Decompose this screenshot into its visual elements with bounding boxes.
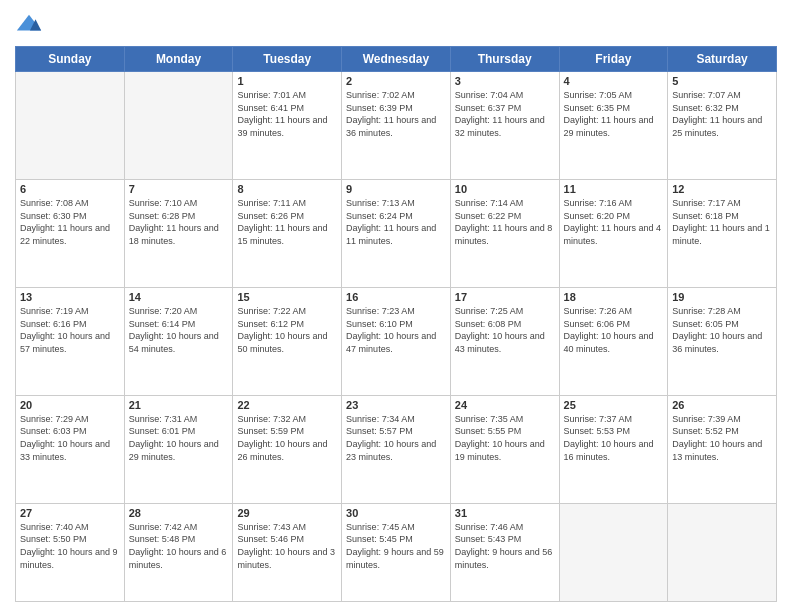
weekday-header-monday: Monday [124,47,233,72]
calendar-cell: 14Sunrise: 7:20 AM Sunset: 6:14 PM Dayli… [124,287,233,395]
day-info: Sunrise: 7:32 AM Sunset: 5:59 PM Dayligh… [237,413,337,463]
calendar-cell: 23Sunrise: 7:34 AM Sunset: 5:57 PM Dayli… [342,395,451,503]
day-number: 17 [455,291,555,303]
day-number: 18 [564,291,664,303]
calendar-cell: 6Sunrise: 7:08 AM Sunset: 6:30 PM Daylig… [16,179,125,287]
day-number: 29 [237,507,337,519]
day-number: 22 [237,399,337,411]
calendar-cell: 2Sunrise: 7:02 AM Sunset: 6:39 PM Daylig… [342,72,451,180]
day-number: 31 [455,507,555,519]
calendar-cell: 9Sunrise: 7:13 AM Sunset: 6:24 PM Daylig… [342,179,451,287]
week-row-5: 27Sunrise: 7:40 AM Sunset: 5:50 PM Dayli… [16,503,777,601]
calendar-cell: 22Sunrise: 7:32 AM Sunset: 5:59 PM Dayli… [233,395,342,503]
week-row-3: 13Sunrise: 7:19 AM Sunset: 6:16 PM Dayli… [16,287,777,395]
day-info: Sunrise: 7:13 AM Sunset: 6:24 PM Dayligh… [346,197,446,247]
calendar-cell: 29Sunrise: 7:43 AM Sunset: 5:46 PM Dayli… [233,503,342,601]
calendar-cell: 18Sunrise: 7:26 AM Sunset: 6:06 PM Dayli… [559,287,668,395]
calendar-cell [16,72,125,180]
day-info: Sunrise: 7:07 AM Sunset: 6:32 PM Dayligh… [672,89,772,139]
day-info: Sunrise: 7:43 AM Sunset: 5:46 PM Dayligh… [237,521,337,571]
calendar-cell: 15Sunrise: 7:22 AM Sunset: 6:12 PM Dayli… [233,287,342,395]
weekday-header-sunday: Sunday [16,47,125,72]
day-number: 11 [564,183,664,195]
day-number: 26 [672,399,772,411]
day-number: 25 [564,399,664,411]
day-number: 1 [237,75,337,87]
calendar-cell: 5Sunrise: 7:07 AM Sunset: 6:32 PM Daylig… [668,72,777,180]
day-info: Sunrise: 7:16 AM Sunset: 6:20 PM Dayligh… [564,197,664,247]
day-info: Sunrise: 7:19 AM Sunset: 6:16 PM Dayligh… [20,305,120,355]
calendar-cell [124,72,233,180]
day-number: 7 [129,183,229,195]
day-info: Sunrise: 7:28 AM Sunset: 6:05 PM Dayligh… [672,305,772,355]
day-info: Sunrise: 7:04 AM Sunset: 6:37 PM Dayligh… [455,89,555,139]
weekday-header-saturday: Saturday [668,47,777,72]
day-info: Sunrise: 7:35 AM Sunset: 5:55 PM Dayligh… [455,413,555,463]
day-info: Sunrise: 7:17 AM Sunset: 6:18 PM Dayligh… [672,197,772,247]
calendar-table: SundayMondayTuesdayWednesdayThursdayFrid… [15,46,777,602]
day-info: Sunrise: 7:46 AM Sunset: 5:43 PM Dayligh… [455,521,555,571]
day-number: 4 [564,75,664,87]
day-info: Sunrise: 7:39 AM Sunset: 5:52 PM Dayligh… [672,413,772,463]
weekday-header-tuesday: Tuesday [233,47,342,72]
calendar-cell: 16Sunrise: 7:23 AM Sunset: 6:10 PM Dayli… [342,287,451,395]
day-number: 13 [20,291,120,303]
day-info: Sunrise: 7:45 AM Sunset: 5:45 PM Dayligh… [346,521,446,571]
weekday-header-wednesday: Wednesday [342,47,451,72]
day-info: Sunrise: 7:34 AM Sunset: 5:57 PM Dayligh… [346,413,446,463]
calendar-cell: 7Sunrise: 7:10 AM Sunset: 6:28 PM Daylig… [124,179,233,287]
calendar-cell [559,503,668,601]
day-number: 3 [455,75,555,87]
weekday-header-thursday: Thursday [450,47,559,72]
calendar-cell: 10Sunrise: 7:14 AM Sunset: 6:22 PM Dayli… [450,179,559,287]
day-number: 23 [346,399,446,411]
day-number: 6 [20,183,120,195]
calendar-cell [668,503,777,601]
calendar-cell: 30Sunrise: 7:45 AM Sunset: 5:45 PM Dayli… [342,503,451,601]
calendar-cell: 26Sunrise: 7:39 AM Sunset: 5:52 PM Dayli… [668,395,777,503]
day-info: Sunrise: 7:37 AM Sunset: 5:53 PM Dayligh… [564,413,664,463]
day-info: Sunrise: 7:14 AM Sunset: 6:22 PM Dayligh… [455,197,555,247]
header [15,10,777,38]
calendar-cell: 21Sunrise: 7:31 AM Sunset: 6:01 PM Dayli… [124,395,233,503]
day-number: 10 [455,183,555,195]
calendar-cell: 11Sunrise: 7:16 AM Sunset: 6:20 PM Dayli… [559,179,668,287]
weekday-header-friday: Friday [559,47,668,72]
day-number: 5 [672,75,772,87]
week-row-2: 6Sunrise: 7:08 AM Sunset: 6:30 PM Daylig… [16,179,777,287]
day-number: 12 [672,183,772,195]
day-info: Sunrise: 7:02 AM Sunset: 6:39 PM Dayligh… [346,89,446,139]
calendar-cell: 24Sunrise: 7:35 AM Sunset: 5:55 PM Dayli… [450,395,559,503]
day-info: Sunrise: 7:05 AM Sunset: 6:35 PM Dayligh… [564,89,664,139]
day-number: 28 [129,507,229,519]
calendar-cell: 28Sunrise: 7:42 AM Sunset: 5:48 PM Dayli… [124,503,233,601]
day-number: 2 [346,75,446,87]
day-info: Sunrise: 7:29 AM Sunset: 6:03 PM Dayligh… [20,413,120,463]
day-number: 8 [237,183,337,195]
page: SundayMondayTuesdayWednesdayThursdayFrid… [0,0,792,612]
calendar-cell: 31Sunrise: 7:46 AM Sunset: 5:43 PM Dayli… [450,503,559,601]
calendar-cell: 8Sunrise: 7:11 AM Sunset: 6:26 PM Daylig… [233,179,342,287]
day-number: 9 [346,183,446,195]
day-info: Sunrise: 7:22 AM Sunset: 6:12 PM Dayligh… [237,305,337,355]
calendar-cell: 1Sunrise: 7:01 AM Sunset: 6:41 PM Daylig… [233,72,342,180]
day-number: 24 [455,399,555,411]
day-info: Sunrise: 7:23 AM Sunset: 6:10 PM Dayligh… [346,305,446,355]
day-info: Sunrise: 7:08 AM Sunset: 6:30 PM Dayligh… [20,197,120,247]
logo [15,10,47,38]
day-info: Sunrise: 7:26 AM Sunset: 6:06 PM Dayligh… [564,305,664,355]
calendar-cell: 20Sunrise: 7:29 AM Sunset: 6:03 PM Dayli… [16,395,125,503]
calendar-cell: 3Sunrise: 7:04 AM Sunset: 6:37 PM Daylig… [450,72,559,180]
day-info: Sunrise: 7:42 AM Sunset: 5:48 PM Dayligh… [129,521,229,571]
calendar-cell: 19Sunrise: 7:28 AM Sunset: 6:05 PM Dayli… [668,287,777,395]
calendar-cell: 27Sunrise: 7:40 AM Sunset: 5:50 PM Dayli… [16,503,125,601]
day-number: 19 [672,291,772,303]
day-info: Sunrise: 7:10 AM Sunset: 6:28 PM Dayligh… [129,197,229,247]
week-row-4: 20Sunrise: 7:29 AM Sunset: 6:03 PM Dayli… [16,395,777,503]
weekday-header-row: SundayMondayTuesdayWednesdayThursdayFrid… [16,47,777,72]
day-info: Sunrise: 7:01 AM Sunset: 6:41 PM Dayligh… [237,89,337,139]
day-number: 20 [20,399,120,411]
calendar-cell: 13Sunrise: 7:19 AM Sunset: 6:16 PM Dayli… [16,287,125,395]
day-number: 27 [20,507,120,519]
calendar-cell: 17Sunrise: 7:25 AM Sunset: 6:08 PM Dayli… [450,287,559,395]
